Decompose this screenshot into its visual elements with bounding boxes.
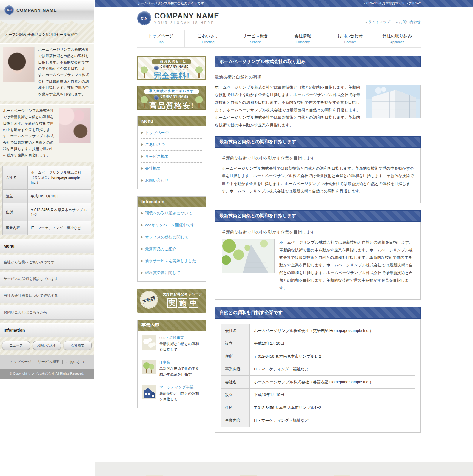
row-label: 事業内容 — [3, 221, 28, 235]
site-note: ホームページサンプル株式会社のサイトです — [137, 1, 204, 6]
info-link-office-move[interactable]: オフィスの移転に関して — [141, 231, 202, 243]
company-badge-icon — [154, 66, 159, 70]
menu-link-service[interactable]: サービス概要 — [141, 151, 202, 163]
sitemap-link[interactable]: サイトマップ — [366, 19, 390, 24]
nav-item-service[interactable]: サービス概要Service — [232, 30, 279, 47]
sidebar-menu-item-service[interactable]: サービスの詳細を解説しています — [0, 272, 94, 286]
tree-icon — [195, 66, 203, 78]
section-company-table: 自然との調和を目指す企業です 会社名ホームページサンプル株式会社（英語表記 Ho… — [215, 307, 421, 433]
sidebar-company-table: 会社名 ホームページサンプル株式会社 （英語表記 Homepage sample… — [2, 166, 91, 235]
table-row: 住所 〒012-3456 見本県見本市サンプル1−2 — [3, 203, 91, 221]
section-harmony-1: 最新技術と自然との調和を目指します 革新的な技術で世の中を動かす企業を目指します… — [215, 136, 421, 203]
row-value: 平成10年1月10日 — [28, 189, 91, 203]
section-body: ホームページサンプル株式会社では最新技術と自然との調和を目指します。革新的な技術… — [215, 85, 360, 127]
top-bar: ホームページサンプル株式会社のサイトです 〒012−3456 見本県見本市サンプ… — [95, 0, 473, 7]
sidebar-menu-item-greeting[interactable]: 当社から皆様へごあいさつです — [0, 255, 94, 270]
sidebar-logo[interactable]: C.N COMPANY NAME — [0, 0, 94, 20]
sidebar-info-heading: Infomation — [0, 323, 94, 337]
table-row: 会社名ホームページサンプル株式会社（英語表記 Homepage sample I… — [221, 324, 415, 337]
footer-link-top[interactable]: トップページ — [7, 360, 34, 364]
campaign-badge: 大好評 — [138, 289, 160, 311]
contact-link[interactable]: お問い合わせ — [396, 19, 421, 24]
contact-button[interactable]: お問い合わせ — [33, 341, 61, 350]
sidebar-company-name: COMPANY NAME — [16, 7, 57, 13]
header-address: 〒012−3456 見本県見本市サンプル1−2 — [363, 1, 421, 6]
trees-icon — [142, 360, 156, 374]
nav-item-top[interactable]: トップページTop — [137, 30, 184, 47]
table-row: 事業内容 IT・マーケティング・福祉など — [3, 221, 91, 235]
nav-item-greeting[interactable]: ごあいさつGreeting — [184, 30, 232, 47]
quality-banner[interactable]: 導入実績が多数ございます COMPANY NAME YOUR SLOGAN IS… — [137, 86, 206, 110]
sidebar-menu-item-company[interactable]: 当社の会社概要について確認する — [0, 288, 94, 303]
section-subtitle: 最新技術と自然との調和 — [215, 75, 421, 80]
clouds-icon — [142, 335, 156, 350]
business-box-heading: 事業内容 — [138, 320, 206, 331]
arrow-icon — [396, 20, 398, 24]
table-row: 住所〒012-3456 見本県見本市サンプル1−2 — [221, 401, 415, 414]
company-overview-button[interactable]: 会社概要 — [64, 341, 92, 350]
company-slogan: YOUR SLOGAN IS HERE — [154, 21, 219, 24]
section-body: ホームページサンプル株式会社では最新技術と自然との調和を目指します。革新的な技術… — [222, 165, 414, 195]
sidebar-intro-block-2: ホームページサンプル株式会社では最新技術と自然との調和を目指します。革新的な技術… — [0, 104, 94, 162]
information-box: Infomation 環境への取り組みについて ecoキャンペーン開催中です オ… — [137, 196, 206, 282]
office-building-photo — [366, 85, 421, 118]
row-label: 設立 — [3, 189, 28, 203]
business-item-it: IT事業 革新的な技術で世の中を動かす企業を目指す — [141, 356, 202, 381]
table-row: 事業内容IT・マーケティング・福祉など — [221, 363, 415, 375]
business-item-eco: eco・環境事業 最新技術と自然との調和を目指して — [141, 331, 202, 356]
sidebar-intro-block-1: ホームページサンプル株式会社では最新技術と自然との調和を目指します。革新的な技術… — [0, 43, 94, 101]
campaign-caption: 大好評お得なキャペーン — [161, 292, 204, 296]
table-row: 設立平成10年1月10日 — [221, 337, 415, 350]
info-link-new-products[interactable]: 最新商品のご紹介 — [141, 243, 202, 255]
menu-link-contact[interactable]: お問い合わせ — [141, 174, 202, 186]
menu-link-company[interactable]: 会社概要 — [141, 163, 202, 174]
banner-pill: 導入実績が多数ございます — [144, 89, 199, 94]
page-footer: eco・環境事業 ホームページサンプル株式会社では最新技術と自然との調和を目指し… — [95, 462, 473, 476]
table-row: 会社名 ホームページサンプル株式会社 （英語表記 Homepage sample… — [3, 166, 91, 189]
nav-item-company[interactable]: 会社情報Company — [279, 30, 326, 47]
company-info-table: 会社名ホームページサンプル株式会社（英語表記 Homepage sample I… — [221, 324, 415, 427]
section-title: ホームページサンプル株式会社の取り組み — [215, 56, 421, 67]
table-row: 事業内容IT・マーケティング・福祉など — [221, 414, 415, 427]
section-approach: ホームページサンプル株式会社の取り組み 最新技術と自然との調和 — [215, 56, 421, 129]
main-page: ホームページサンプル株式会社のサイトです 〒012−3456 見本県見本市サンプ… — [95, 0, 473, 476]
banner-pill: 一括お見積もりは — [152, 59, 192, 64]
info-link-award[interactable]: 環境賞受賞に関して — [141, 267, 202, 279]
row-value: IT・マーケティング・福祉など — [28, 221, 91, 235]
utility-links: サイトマップ お問い合わせ — [366, 19, 421, 24]
nav-item-contact[interactable]: お問い合わせContact — [326, 30, 374, 47]
sidebar-menu-item-contact[interactable]: お問い合わせはこちらから — [0, 305, 94, 320]
woman-blossom-photo — [59, 108, 91, 143]
footer-link-service[interactable]: サービス概要 — [35, 360, 63, 364]
info-link-new-service[interactable]: 新規サービスを開始しました — [141, 255, 202, 267]
page: C.N COMPANY NAME オープン記念 全商品１０％割引セール実施中 ホ… — [0, 0, 473, 476]
table-row: 設立 平成10年1月10日 — [3, 189, 91, 203]
section-title: 自然との調和を目指す企業です — [215, 307, 421, 319]
info-link-environment[interactable]: 環境への取り組みについて — [141, 207, 202, 219]
info-link-eco-campaign[interactable]: ecoキャンペーン開催中です — [141, 219, 202, 231]
company-badge-icon — [154, 95, 159, 100]
menu-link-greeting[interactable]: ごあいさつ — [141, 139, 202, 151]
row-label: 会社名 — [3, 166, 28, 189]
free-estimate-banner[interactable]: 一括お見積もりは COMPANY NAME YOUR SLOGAN IS HER… — [137, 56, 206, 80]
menu-box: Menu トップページ ごあいさつ サービス概要 会社概要 お問い合わせ — [137, 116, 206, 189]
row-label: 住所 — [3, 203, 28, 221]
news-button[interactable]: ニュース — [2, 341, 30, 350]
campaign-banner[interactable]: 大好評 大好評お得なキャペーン 実 施 中 — [137, 289, 206, 313]
section-body: ホームページサンプル株式会社では最新技術と自然との調和を目指します。革新的な技術… — [279, 239, 414, 291]
sidebar-footer-links: トップページサービス概要ごあいさつ — [0, 355, 94, 369]
menu-link-top[interactable]: トップページ — [141, 127, 202, 139]
intro-text: ホームページサンプル株式会社では最新技術と自然との調和を目指します。革新的な技術… — [3, 108, 56, 159]
aside-column: 一括お見積もりは COMPANY NAME YOUR SLOGAN IS HER… — [137, 56, 206, 440]
company-badge-icon: C.N — [137, 11, 151, 25]
site-header: C.N COMPANY NAME YOUR SLOGAN IS HERE サイト… — [95, 7, 473, 26]
site-logo[interactable]: C.N COMPANY NAME YOUR SLOGAN IS HERE — [137, 11, 219, 25]
section-subtitle: 革新的な技術で世の中を動かす企業を目指します — [222, 156, 414, 161]
business-item-marketing: マーケティング事業 最新技術と自然との調和を目指して — [141, 381, 202, 405]
arrow-icon — [366, 20, 367, 24]
business-box: 事業内容 eco・環境事業 最新技術と自然との調和を目指して IT事業 革新的な… — [137, 320, 206, 408]
table-row: 住所〒012-3456 見本県見本市サンプル1−2 — [221, 350, 415, 363]
footer-link-greeting[interactable]: ごあいさつ — [62, 360, 87, 364]
nav-item-approach[interactable]: 弊社の取り組みApproach — [374, 30, 421, 47]
information-box-heading: Infomation — [138, 197, 206, 207]
